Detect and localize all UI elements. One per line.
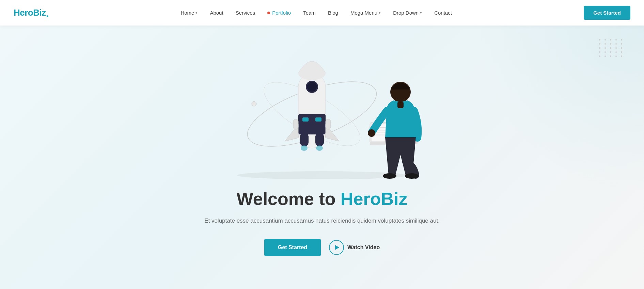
svg-point-6 xyxy=(307,82,317,92)
hero-buttons: Get Started Watch Video xyxy=(204,239,440,256)
nav-links: Home ▾ About Services Portfolio Team xyxy=(176,7,456,18)
logo-text: HeroBiz xyxy=(14,7,46,18)
hero-content: Welcome to HeroBiz Et voluptate esse acc… xyxy=(198,189,446,256)
nav-link-contact[interactable]: Contact xyxy=(429,7,457,18)
nav-label-contact: Contact xyxy=(434,10,452,16)
svg-rect-11 xyxy=(315,133,324,146)
svg-point-30 xyxy=(405,173,419,179)
chevron-down-icon-dropdown: ▾ xyxy=(420,11,422,15)
hero-subtitle: Et voluptate esse accusantium accusamus … xyxy=(204,216,440,225)
nav-item-about[interactable]: About xyxy=(205,7,228,18)
hero-section: for(let i=0;i<25;i++) document.currentSc… xyxy=(0,26,644,289)
svg-point-29 xyxy=(383,173,396,179)
portfolio-active-dot xyxy=(267,12,270,14)
nav-label-dropdown: Drop Down xyxy=(393,10,419,16)
nav-item-home[interactable]: Home ▾ xyxy=(176,7,202,18)
svg-rect-14 xyxy=(293,119,298,129)
nav-label-services: Services xyxy=(236,10,255,16)
nav-link-team[interactable]: Team xyxy=(298,7,320,18)
nav-link-dropdown[interactable]: Drop Down ▾ xyxy=(388,7,427,18)
nav-link-portfolio[interactable]: Portfolio xyxy=(263,7,296,18)
hero-title-prefix: Welcome to xyxy=(237,189,341,209)
svg-rect-24 xyxy=(373,134,385,135)
nav-cta-button[interactable]: Get Started xyxy=(584,6,630,20)
hero-title-accent: HeroBiz xyxy=(341,189,407,209)
svg-point-28 xyxy=(368,129,375,137)
svg-rect-9 xyxy=(315,117,321,122)
svg-rect-7 xyxy=(298,114,326,134)
svg-point-13 xyxy=(316,145,323,151)
svg-point-16 xyxy=(252,101,256,106)
watch-video-label: Watch Video xyxy=(347,244,380,251)
logo-dot: . xyxy=(46,7,49,19)
watch-video-button[interactable]: Watch Video xyxy=(329,240,380,255)
nav-label-portfolio: Portfolio xyxy=(272,10,291,16)
decorative-dots: for(let i=0;i<25;i++) document.currentSc… xyxy=(599,39,624,57)
hero-illustration xyxy=(203,32,441,179)
svg-rect-8 xyxy=(302,117,309,122)
svg-rect-10 xyxy=(300,133,309,146)
navbar: HeroBiz. Home ▾ About Services Portfolio xyxy=(0,0,644,26)
nav-item-contact[interactable]: Contact xyxy=(429,7,457,18)
svg-rect-15 xyxy=(326,119,331,129)
svg-rect-27 xyxy=(397,101,404,108)
nav-link-home[interactable]: Home ▾ xyxy=(176,7,202,18)
nav-item-team[interactable]: Team xyxy=(298,7,320,18)
nav-link-mega-menu[interactable]: Mega Menu ▾ xyxy=(346,7,386,18)
nav-item-services[interactable]: Services xyxy=(231,7,260,18)
nav-item-mega-menu[interactable]: Mega Menu ▾ xyxy=(346,7,386,18)
hero-cta-button[interactable]: Get Started xyxy=(264,239,321,256)
nav-label-blog: Blog xyxy=(328,10,338,16)
chevron-down-icon: ▾ xyxy=(195,11,198,15)
nav-link-about[interactable]: About xyxy=(205,7,228,18)
nav-label-about: About xyxy=(210,10,223,16)
nav-link-services[interactable]: Services xyxy=(231,7,260,18)
nav-link-blog[interactable]: Blog xyxy=(323,7,343,18)
nav-item-dropdown[interactable]: Drop Down ▾ xyxy=(388,7,427,18)
chevron-down-icon-mega: ▾ xyxy=(379,11,381,15)
svg-point-0 xyxy=(237,171,407,179)
hero-svg xyxy=(203,32,441,179)
nav-item-blog[interactable]: Blog xyxy=(323,7,343,18)
nav-label-mega-menu: Mega Menu xyxy=(350,10,377,16)
play-icon xyxy=(329,240,344,255)
logo[interactable]: HeroBiz. xyxy=(14,7,49,18)
play-triangle-icon xyxy=(335,245,339,250)
hero-title: Welcome to HeroBiz xyxy=(204,189,440,209)
svg-point-12 xyxy=(301,145,308,151)
nav-item-portfolio[interactable]: Portfolio xyxy=(263,7,296,18)
nav-label-home: Home xyxy=(180,10,194,16)
nav-label-team: Team xyxy=(303,10,316,16)
